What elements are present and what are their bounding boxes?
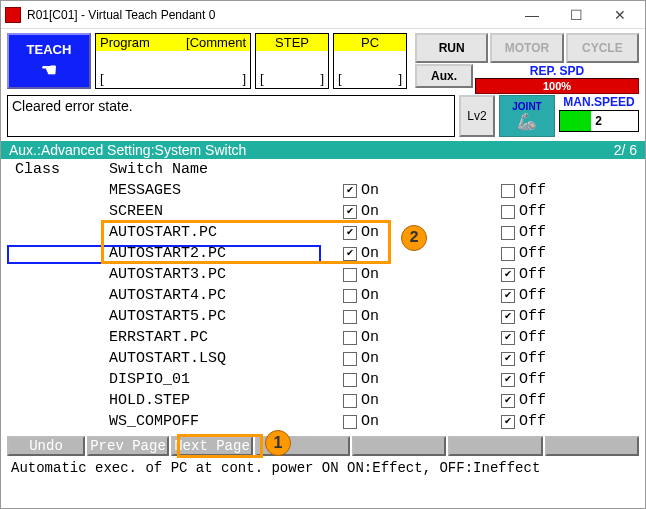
- annotation-2: 2: [401, 225, 427, 251]
- step-box[interactable]: STEP []: [255, 33, 329, 89]
- table-row[interactable]: WS_COMPOFFOn✔Off: [15, 411, 645, 432]
- message-box: Cleared error state.: [7, 95, 455, 137]
- rep-spd-bar: 100%: [475, 78, 639, 94]
- switch-name: AUTOSTART5.PC: [109, 308, 343, 325]
- pc-hdr: PC: [361, 35, 379, 50]
- table-row[interactable]: AUTOSTART.PC✔OnOff: [15, 222, 645, 243]
- col-class: Class: [15, 161, 109, 178]
- switch-name: AUTOSTART3.PC: [109, 266, 343, 283]
- cycle-button[interactable]: CYCLE: [566, 33, 639, 63]
- off-checkbox[interactable]: ✔: [501, 415, 515, 429]
- off-checkbox[interactable]: [501, 247, 515, 261]
- on-checkbox[interactable]: [343, 394, 357, 408]
- table-row[interactable]: AUTOSTART.LSQOn✔Off: [15, 348, 645, 369]
- switch-list: Class Switch Name MESSAGES✔OnOffSCREEN✔O…: [1, 159, 645, 434]
- table-row[interactable]: HOLD.STEPOn✔Off: [15, 390, 645, 411]
- on-checkbox[interactable]: [343, 289, 357, 303]
- switch-name: MESSAGES: [109, 182, 343, 199]
- table-row[interactable]: AUTOSTART5.PCOn✔Off: [15, 306, 645, 327]
- status-line: Automatic exec. of PC at cont. power ON …: [1, 458, 645, 478]
- annotation-1: 1: [265, 430, 291, 456]
- man-speed-bar[interactable]: 2: [559, 110, 639, 132]
- off-checkbox[interactable]: [501, 226, 515, 240]
- off-checkbox[interactable]: ✔: [501, 289, 515, 303]
- off-checkbox[interactable]: [501, 205, 515, 219]
- on-checkbox[interactable]: ✔: [343, 205, 357, 219]
- undo-button[interactable]: Undo: [7, 436, 85, 456]
- off-checkbox[interactable]: ✔: [501, 310, 515, 324]
- next-page-button[interactable]: Next Page: [171, 436, 253, 456]
- teach-label: TEACH: [27, 42, 72, 57]
- aux-button[interactable]: Aux.: [415, 64, 473, 88]
- table-row[interactable]: DISPIO_01On✔Off: [15, 369, 645, 390]
- on-checkbox[interactable]: [343, 331, 357, 345]
- motor-button[interactable]: MOTOR: [490, 33, 563, 63]
- blank-button-3[interactable]: [448, 436, 543, 456]
- switch-name: WS_COMPOFF: [109, 413, 343, 430]
- run-button[interactable]: RUN: [415, 33, 488, 63]
- prev-page-button[interactable]: Prev Page: [87, 436, 169, 456]
- blank-button-4[interactable]: [545, 436, 640, 456]
- blank-button-2[interactable]: [352, 436, 447, 456]
- off-checkbox[interactable]: ✔: [501, 352, 515, 366]
- aux-header: Aux.:Advanced Setting:System Switch 2/ 6: [1, 141, 645, 159]
- rep-spd: REP. SPD 100%: [475, 64, 639, 88]
- teach-button[interactable]: TEACH ☚: [7, 33, 91, 89]
- switch-name: DISPIO_01: [109, 371, 343, 388]
- minimize-button[interactable]: —: [511, 3, 553, 27]
- man-speed: MAN.SPEED 2: [559, 95, 639, 137]
- off-checkbox[interactable]: ✔: [501, 331, 515, 345]
- table-row[interactable]: SCREEN✔OnOff: [15, 201, 645, 222]
- robot-arm-icon: 🦾: [517, 112, 537, 131]
- switch-name: AUTOSTART4.PC: [109, 287, 343, 304]
- titlebar: R01[C01] - Virtual Teach Pendant 0 — ☐ ✕: [1, 1, 645, 29]
- on-checkbox[interactable]: ✔: [343, 247, 357, 261]
- col-switchname: Switch Name: [109, 161, 645, 178]
- on-checkbox[interactable]: [343, 415, 357, 429]
- off-checkbox[interactable]: ✔: [501, 373, 515, 387]
- maximize-button[interactable]: ☐: [555, 3, 597, 27]
- program-box[interactable]: Program[Comment []: [95, 33, 251, 89]
- step-hdr: STEP: [275, 35, 309, 50]
- table-row[interactable]: ERRSTART.PCOn✔Off: [15, 327, 645, 348]
- off-checkbox[interactable]: ✔: [501, 268, 515, 282]
- table-row[interactable]: AUTOSTART2.PC✔OnOff: [15, 243, 645, 264]
- aux-title: Aux.:Advanced Setting:System Switch: [9, 142, 246, 158]
- off-checkbox[interactable]: [501, 184, 515, 198]
- on-checkbox[interactable]: ✔: [343, 226, 357, 240]
- close-button[interactable]: ✕: [599, 3, 641, 27]
- on-checkbox[interactable]: [343, 310, 357, 324]
- window-title: R01[C01] - Virtual Teach Pendant 0: [27, 8, 511, 22]
- aux-pager: 2/ 6: [614, 142, 637, 158]
- on-checkbox[interactable]: [343, 352, 357, 366]
- lv2-button[interactable]: Lv2: [459, 95, 495, 137]
- switch-name: AUTOSTART2.PC: [109, 245, 343, 262]
- switch-name: AUTOSTART.PC: [109, 224, 343, 241]
- pc-box[interactable]: PC []: [333, 33, 407, 89]
- table-row[interactable]: AUTOSTART3.PCOn✔Off: [15, 264, 645, 285]
- on-checkbox[interactable]: ✔: [343, 184, 357, 198]
- off-checkbox[interactable]: ✔: [501, 394, 515, 408]
- switch-name: SCREEN: [109, 203, 343, 220]
- program-hdr: Program: [100, 35, 150, 50]
- switch-name: AUTOSTART.LSQ: [109, 350, 343, 367]
- app-icon: [5, 7, 21, 23]
- switch-name: HOLD.STEP: [109, 392, 343, 409]
- table-row[interactable]: AUTOSTART4.PCOn✔Off: [15, 285, 645, 306]
- table-row[interactable]: MESSAGES✔OnOff: [15, 180, 645, 201]
- joint-box[interactable]: JOINT 🦾: [499, 95, 555, 137]
- comment-hdr: [Comment: [186, 35, 246, 50]
- switch-name: ERRSTART.PC: [109, 329, 343, 346]
- on-checkbox[interactable]: [343, 373, 357, 387]
- on-checkbox[interactable]: [343, 268, 357, 282]
- hand-icon: ☚: [41, 59, 57, 81]
